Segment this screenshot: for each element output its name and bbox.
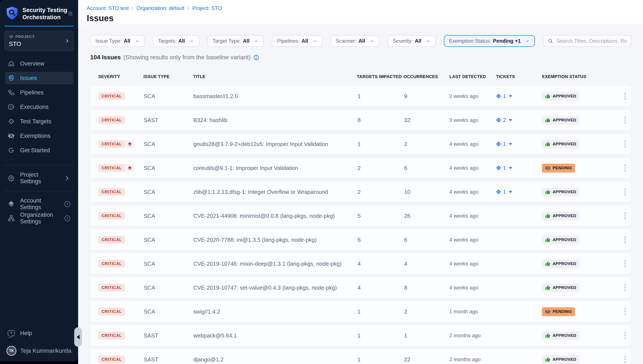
jira-ticket-icon[interactable] xyxy=(496,189,501,194)
row-menu-kebab[interactable] xyxy=(619,189,631,195)
table-row[interactable]: CRITICAL SCA CVE-2021-44906: minimist@0.… xyxy=(90,205,631,226)
project-selector[interactable]: PROJECT STO xyxy=(5,31,74,51)
sidebar-divider xyxy=(5,165,74,166)
sidebar-collapse-handle[interactable] xyxy=(74,327,82,347)
sidebar-item-organization-settings[interactable]: Organization Settings i xyxy=(5,212,73,224)
row-menu-kebab[interactable] xyxy=(619,356,631,363)
targets-impacted-cell: 1 xyxy=(357,356,403,363)
sidebar-item-overview[interactable]: Overview xyxy=(5,57,73,70)
issue-title[interactable]: django@1.2 xyxy=(193,356,357,363)
row-menu-kebab[interactable] xyxy=(619,308,631,315)
filter-exemption-status[interactable]: Exemption Status: Pending +1 xyxy=(444,35,535,47)
exemption-status-badge: APPROVED xyxy=(542,188,579,196)
row-menu-kebab[interactable] xyxy=(619,117,631,123)
page-title: Issues xyxy=(87,13,631,23)
jira-ticket-icon[interactable] xyxy=(496,141,501,147)
table-row[interactable]: CRITICAL SAST django@1.2 1 22 2 months a… xyxy=(90,349,631,364)
user-menu[interactable]: TK Teja Kummarikuntla xyxy=(7,346,73,356)
last-detected-cell: 4 weeks ago xyxy=(449,237,496,243)
thumbs-up-icon xyxy=(545,285,550,290)
issue-title[interactable]: coreutils@9.1-1: Improper Input Validati… xyxy=(193,165,357,172)
issue-title[interactable]: CVE-2019-10747: set-value@0.4.3 (lang-pk… xyxy=(193,284,357,291)
sidebar-item-test-targets[interactable]: Test Targets xyxy=(5,115,73,128)
thumbs-up-icon xyxy=(545,94,550,99)
sidebar-item-label: Pipelines xyxy=(20,89,44,96)
breadcrumb-organization[interactable]: Organization: default xyxy=(137,5,184,11)
issue-title[interactable]: CVE-2020-7788: ini@1.3.5 (lang-pkgs, nod… xyxy=(193,236,357,243)
search-input[interactable] xyxy=(556,38,626,44)
table-row[interactable]: CRITICAL SCA CVE-2020-7788: ini@1.3.5 (l… xyxy=(90,229,631,250)
sidebar-item-project-settings[interactable]: Project Settings xyxy=(5,172,73,184)
row-menu-kebab[interactable] xyxy=(619,212,631,219)
sidebar-header: Security Testing Orchestration xyxy=(0,0,78,21)
last-detected-cell: 4 weeks ago xyxy=(449,285,496,291)
row-actions-cell xyxy=(619,165,631,171)
sidebar-item-label: Executions xyxy=(20,104,49,110)
filter-targets[interactable]: Targets: All xyxy=(153,35,199,47)
occurrences-cell: 2 xyxy=(403,308,449,315)
sidebar-item-executions[interactable]: Executions xyxy=(5,101,73,113)
issue-title[interactable]: swig//1.4.2 xyxy=(193,308,357,315)
row-menu-kebab[interactable] xyxy=(619,236,631,243)
ticket-dropdown-caret-icon[interactable] xyxy=(509,119,512,122)
filter-scanner[interactable]: Scanner: All xyxy=(331,35,379,47)
issue-title[interactable]: CVE-2021-44906: minimist@0.0.8 (lang-pkg… xyxy=(193,212,357,219)
exemption-status-badge: PENDING xyxy=(542,164,575,172)
severity-cell: CRITICAL xyxy=(98,212,144,220)
issue-title[interactable]: webpack@5.64.1 xyxy=(193,332,357,339)
table-row[interactable]: CRITICAL SCA swig//1.4.2 1 2 1 month ago… xyxy=(90,301,631,322)
row-menu-kebab[interactable] xyxy=(619,332,631,339)
eye-off-icon xyxy=(545,309,550,314)
info-icon[interactable]: i xyxy=(65,201,70,207)
sidebar-item-account-settings[interactable]: Account Settings i xyxy=(5,198,73,210)
sidebar-item-pipelines[interactable]: Pipelines xyxy=(5,86,73,99)
sidebar-item-help[interactable]: ? Help xyxy=(5,327,73,340)
ticket-dropdown-caret-icon[interactable] xyxy=(509,167,512,169)
severity-badge: CRITICAL xyxy=(98,284,125,292)
exemption-status-cell: APPROVED xyxy=(542,188,619,196)
jira-ticket-icon[interactable] xyxy=(496,117,501,123)
table-row[interactable]: CRITICAL SCA bassmaster//1.2.0 1 9 2 wee… xyxy=(90,86,631,107)
jira-ticket-icon[interactable] xyxy=(496,165,501,170)
filter-severity[interactable]: Severity: All xyxy=(388,35,436,47)
sidebar-item-issues[interactable]: Issues xyxy=(5,72,73,84)
info-icon[interactable] xyxy=(253,54,259,60)
table-row[interactable]: CRITICAL SAST webpack@5.64.1 1 1 2 month… xyxy=(90,325,631,346)
exemption-status-badge: APPROVED xyxy=(542,116,579,125)
table-row[interactable]: CRITICAL SCA zlib@1:1.2.13.dfsg-1: Integ… xyxy=(90,181,631,202)
severity-badge: CRITICAL xyxy=(98,212,125,220)
row-menu-kebab[interactable] xyxy=(619,284,631,291)
row-menu-kebab[interactable] xyxy=(619,93,631,100)
table-row[interactable]: CRITICAL SCA CVE-2019-10746: mixin-deep@… xyxy=(90,253,631,274)
filter-target-type[interactable]: Target Type: All xyxy=(207,35,264,47)
row-menu-kebab[interactable] xyxy=(619,141,631,147)
table-row[interactable]: CRITICAL SAST B324: hashlib 8 32 3 weeks… xyxy=(90,110,631,131)
sidebar-item-get-started[interactable]: Get Started xyxy=(5,144,73,156)
table-row[interactable]: CRITICAL SCA coreutils@9.1-1: Improper I… xyxy=(90,158,631,178)
ticket-dropdown-caret-icon[interactable] xyxy=(509,95,512,98)
filter-pipelines[interactable]: Pipelines: All xyxy=(272,35,322,47)
jira-ticket-icon[interactable] xyxy=(496,93,501,99)
table-row[interactable]: CRITICAL SCA gnutls28@3.7.9-2+deb12u5: I… xyxy=(90,134,631,154)
severity-badge: CRITICAL xyxy=(98,236,125,244)
issue-title[interactable]: zlib@1:1.2.13.dfsg-1: Integer Overflow o… xyxy=(193,189,357,195)
col-header-exemption-status: EXEMPTION STATUS xyxy=(542,74,619,79)
breadcrumb-project[interactable]: Project: STO xyxy=(192,5,222,11)
row-menu-kebab[interactable] xyxy=(619,165,631,171)
issue-title[interactable]: CVE-2019-10746: mixin-deep@1.3.1 (lang-p… xyxy=(193,260,357,267)
app-switcher-grid-icon[interactable] xyxy=(68,9,73,18)
issue-title[interactable]: gnutls28@3.7.9-2+deb12u5: Improper Input… xyxy=(193,141,357,148)
issue-title[interactable]: B324: hashlib xyxy=(193,117,357,124)
filter-issue-type[interactable]: Issue Type: All xyxy=(90,35,145,47)
sidebar-item-label: Project Settings xyxy=(20,172,58,185)
sidebar-item-exemptions[interactable]: Exemptions xyxy=(5,130,73,142)
table-row[interactable]: CRITICAL SCA CVE-2019-10747: set-value@0… xyxy=(90,277,631,298)
info-icon[interactable]: i xyxy=(65,216,70,221)
issue-title[interactable]: bassmaster//1.2.0 xyxy=(193,93,357,100)
ticket-dropdown-caret-icon[interactable] xyxy=(509,143,512,145)
targets-impacted-cell: 2 xyxy=(357,165,403,172)
breadcrumb-account[interactable]: Account: STO test xyxy=(87,5,129,11)
row-actions-cell xyxy=(619,189,631,195)
row-menu-kebab[interactable] xyxy=(619,260,631,267)
ticket-dropdown-caret-icon[interactable] xyxy=(509,191,512,193)
